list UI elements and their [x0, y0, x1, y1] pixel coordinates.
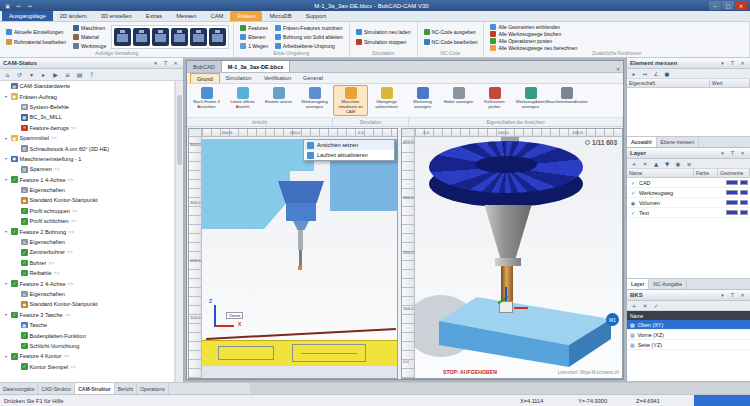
view-toolbar-letzte-offene-ansicht[interactable]: Letzte offene Ansicht	[225, 85, 260, 116]
delete-layer-icon[interactable]: ✕	[640, 159, 650, 168]
scrollbar-thumb[interactable]	[177, 95, 182, 165]
tree-item-fräsen-auftrag[interactable]: ▾▣Fräsen-Auftrag	[0, 91, 174, 101]
chevron-down-icon[interactable]: ▾	[718, 149, 727, 158]
report-icon[interactable]: ▤	[74, 70, 85, 80]
layer-geometry-swatch[interactable]	[740, 210, 748, 215]
dock-tab-cad-struktur[interactable]: CAD-Struktur	[38, 383, 75, 394]
view-tab-verifikation[interactable]: Verifikation	[258, 73, 297, 83]
close-document-icon[interactable]: ✕	[613, 66, 623, 72]
view-toolbar-maschinenkoordinaten[interactable]: Maschinenkoordinaten	[549, 85, 584, 116]
layer-color-swatch[interactable]	[726, 210, 738, 215]
chevron-down-icon[interactable]: ▾	[718, 291, 727, 300]
ribbon-tab-2d-ändern[interactable]: 2D ändern	[53, 11, 94, 21]
tree-item-schraubstock-a-um-60-3d-he[interactable]: ▥Schraubstock A um 60° (3D HE)	[0, 143, 174, 153]
tree-expander[interactable]: ▾	[3, 281, 9, 286]
view-toolbar-werkzeugdaten-anzeigen[interactable]: Werkzeugdaten anzeigen	[513, 85, 548, 116]
machine-preset-mill-3x-icon[interactable]	[114, 28, 131, 46]
tree-item-eigenschaften[interactable]: ≡Eigenschaften	[0, 185, 174, 195]
pin-icon[interactable]: ⊤	[728, 59, 737, 68]
ribbon-button-alle-operationen-posten[interactable]: Alle Operationen posten	[488, 38, 579, 44]
ribbon-button-nc-code-bearbeiten[interactable]: NC-Code bearbeiten	[422, 38, 480, 47]
tree-item-profil-schlichten[interactable]: ✓Profil schlichten>>	[0, 216, 174, 226]
tree-item-feature-2-bohrung[interactable]: ▾✓Feature 2 Bohrung>>	[0, 226, 174, 236]
layer-up-icon[interactable]: ▲	[651, 159, 661, 168]
ribbon-tab-microdb[interactable]: MicroDB	[262, 11, 298, 21]
ribbon-tab-messen[interactable]: Messen	[169, 11, 203, 21]
tree-item-maschineneinstellung-1[interactable]: ▾▣Maschineneinstellung - 1	[0, 154, 174, 164]
measure-tab-ebene-messen[interactable]: Ebene messen	[657, 137, 699, 147]
layer-tab-nc-ausgabe[interactable]: NC-Ausgabe	[649, 279, 687, 289]
maximize-icon[interactable]: □	[722, 1, 734, 10]
post-icon[interactable]: ≡	[62, 70, 73, 80]
tree-item-eigenschaften[interactable]: ≡Eigenschaften	[0, 237, 174, 247]
machine-preset-mill-5x-icon[interactable]	[152, 28, 169, 46]
chevron-down-icon[interactable]: ▾	[151, 59, 160, 68]
ribbon-button-ebenen[interactable]: Ebenen	[238, 33, 270, 41]
tree-item-profil-schruppen[interactable]: ✓Profil schruppen>>	[0, 206, 174, 216]
view-toolbar-kollisionen-prüfen[interactable]: Kollisionen prüfen	[477, 85, 512, 116]
layer-row-cad[interactable]: ✓CAD	[627, 178, 750, 188]
tree-item-eigenschaften[interactable]: ≡Eigenschaften	[0, 289, 174, 299]
tree-item-feature-3-tasche[interactable]: ▾✓Feature 3 Tasche>>	[0, 310, 174, 320]
ribbon-button-features[interactable]: Features	[238, 24, 270, 32]
dock-tab-operations[interactable]: Operations	[137, 383, 168, 394]
ribbon-button-material[interactable]: Material	[71, 33, 108, 41]
context-menu-item-ansichten-setzen[interactable]: Ansichten setzen	[304, 140, 394, 150]
refresh-icon[interactable]: ↺	[14, 70, 25, 80]
view-toolbar-einzeln-setzen[interactable]: Einzeln setzen	[261, 85, 296, 116]
view-toolbar-nach-frame-4-ansichten[interactable]: Nach Frame 4 Ansichten	[189, 85, 224, 116]
simulate-icon[interactable]: ▶	[50, 70, 61, 80]
view-toolbar-werkzeug-anzeigen[interactable]: Werkzeug anzeigen	[405, 85, 440, 116]
machine-preset-lathe-icon[interactable]	[171, 28, 188, 46]
layer-geometry-swatch[interactable]	[740, 190, 748, 195]
tree-item-bodenplatten-funktion[interactable]: ✓Bodenplatten-Funktion	[0, 330, 174, 340]
tree-item-feature-bezugs[interactable]: +Feature-bezugs>>	[0, 123, 174, 133]
ribbon-button-nc-code-ausgeben[interactable]: NC-Code ausgeben	[422, 28, 480, 37]
context-menu-item-laufzeit-aktualisieren[interactable]: Laufzeit aktualisieren	[304, 150, 394, 160]
delete-wcs-icon[interactable]: ✕	[640, 301, 650, 310]
undo-icon[interactable]: ↩	[14, 2, 23, 10]
close-icon[interactable]: ✕	[738, 59, 747, 68]
tree-item-feature-2-4-achse[interactable]: ▾✓Feature 2 4-Achse>>	[0, 278, 174, 288]
close-icon[interactable]: ✕	[738, 149, 747, 158]
machine-preset-mill-turn-icon[interactable]	[190, 28, 207, 46]
expand-all-icon[interactable]: ▾	[26, 70, 37, 80]
ribbon-button-werkzeuge[interactable]: Werkzeuge	[71, 42, 108, 50]
layer-down-icon[interactable]: ▼	[662, 159, 672, 168]
ribbon-button-aktuelle-einstellungen[interactable]: Aktuelle Einstellungen	[4, 28, 68, 37]
add-layer-icon[interactable]: +	[629, 159, 639, 168]
ribbon-button-maschinen[interactable]: Maschinen	[71, 24, 108, 32]
tree-scrollbar[interactable]	[175, 81, 183, 382]
document-tab-bobcad[interactable]: BobCAD	[187, 61, 222, 72]
save-icon[interactable]: ▣	[3, 2, 12, 10]
tree-expander[interactable]: ▾	[3, 136, 9, 141]
layer-row-werkzeugweg[interactable]: ✓Werkzeugweg	[627, 188, 750, 198]
measure-radius-icon[interactable]: ●	[662, 69, 672, 78]
ribbon-button-simulation-neu-laden[interactable]: Simulation neu laden	[354, 28, 413, 37]
layer-row-text[interactable]: ✓Text	[627, 208, 750, 218]
wcs-row-seite-yz[interactable]: ▦Seite (YZ)	[627, 340, 750, 350]
wcs-row-vorne-xz[interactable]: ▦Vorne (XZ)	[627, 330, 750, 340]
ribbon-button-simulation-stoppen[interactable]: Simulation stoppen	[354, 38, 413, 47]
view-toolbar-maschine-simulieren-zu-cam[interactable]: Maschine simulieren zu CAM	[333, 85, 368, 116]
tree-item-standard-kontur-startpunkt[interactable]: ◆Standard Kontur-Startpunkt	[0, 299, 174, 309]
set-wcs-icon[interactable]: ✓	[651, 301, 661, 310]
ribbon-tab-extras[interactable]: Extras	[139, 11, 169, 21]
front-view-canvas[interactable]: X Z Vorne	[202, 137, 397, 378]
ribbon-button-alle-geometrien-einblenden[interactable]: Alle Geometrien einblenden	[488, 24, 579, 30]
layer-color-swatch[interactable]	[726, 190, 738, 195]
ribbon-tab-cam[interactable]: CAM	[204, 11, 231, 21]
layer-visibility-icon[interactable]: ◉	[673, 159, 683, 168]
layer-tab-layer[interactable]: Layer	[627, 279, 649, 289]
check-icon[interactable]: ✓	[629, 190, 637, 196]
tree-item-cam-standardwerte[interactable]: ▤CAM-Standardwerte	[0, 81, 174, 91]
layer-geometry-swatch[interactable]	[740, 180, 748, 185]
layer-geometry-swatch[interactable]	[740, 200, 748, 205]
dock-tab-bericht[interactable]: Bericht	[115, 383, 138, 394]
ribbon-button-arbeitsebene-ursprung[interactable]: Arbeitsebene-Ursprung	[273, 42, 345, 50]
measure-distance-icon[interactable]: ↔	[640, 69, 650, 78]
view-toolbar-halter-anzeigen[interactable]: Halter anzeigen	[441, 85, 476, 116]
tree-item-bc-3x-mill[interactable]: ▦BC_3x_MILL	[0, 112, 174, 122]
redo-icon[interactable]: ↪	[25, 2, 34, 10]
document-tab-m-1-3a-3ax-de-bbcx[interactable]: M-1_3a_3ax-DE.bbcx	[222, 61, 291, 72]
